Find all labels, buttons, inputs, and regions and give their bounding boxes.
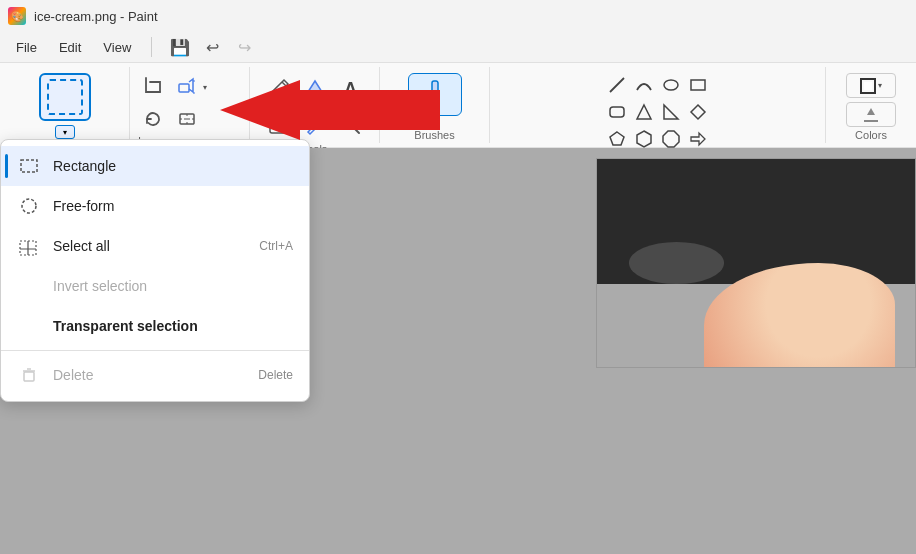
shape-right-triangle[interactable] bbox=[659, 100, 683, 124]
dropdown-item-rectangle[interactable]: Rectangle bbox=[1, 146, 309, 186]
text-icon: A bbox=[344, 79, 357, 100]
brushes-button[interactable] bbox=[408, 73, 462, 116]
svg-rect-25 bbox=[691, 80, 705, 90]
svg-rect-9 bbox=[179, 84, 189, 92]
selection-dropdown-menu: Rectangle Free-form bbox=[0, 139, 310, 402]
pencil-button[interactable] bbox=[263, 73, 295, 105]
image-section: ▾ Image bbox=[130, 67, 250, 143]
dropdown-transparent-label: Transparent selection bbox=[53, 318, 198, 334]
dropdown-delete-label: Delete bbox=[53, 367, 93, 383]
colorpicker-button[interactable] bbox=[299, 109, 331, 141]
window-title: ice-cream.png - Paint bbox=[34, 9, 158, 24]
shape-diamond[interactable] bbox=[686, 100, 710, 124]
svg-rect-2 bbox=[20, 241, 28, 249]
eraser-button[interactable] bbox=[263, 109, 295, 141]
app-icon: 🎨 bbox=[8, 7, 26, 25]
shape-oval[interactable] bbox=[659, 73, 683, 97]
shape-curve[interactable] bbox=[632, 73, 656, 97]
svg-marker-30 bbox=[610, 132, 624, 145]
svg-line-23 bbox=[610, 78, 624, 92]
crop-button[interactable] bbox=[138, 73, 168, 101]
dropdown-divider bbox=[1, 350, 309, 351]
dropdown-invert-label: Invert selection bbox=[53, 278, 147, 294]
shape-rectangle[interactable] bbox=[686, 73, 710, 97]
dropdown-item-invert: Invert selection bbox=[1, 266, 309, 306]
transparent-icon bbox=[17, 314, 41, 338]
selection-section: ▾ Select Rectangle bbox=[0, 67, 130, 143]
outline-label: ▾ bbox=[878, 81, 882, 90]
menu-edit[interactable]: Edit bbox=[49, 36, 91, 59]
svg-rect-6 bbox=[24, 372, 34, 381]
redo-button[interactable]: ↪ bbox=[230, 33, 258, 61]
selection-button[interactable] bbox=[39, 73, 91, 121]
svg-marker-28 bbox=[664, 105, 678, 119]
dropdown-item-selectall[interactable]: Select all Ctrl+A bbox=[1, 226, 309, 266]
rectangle-icon bbox=[17, 154, 41, 178]
dropdown-freeform-label: Free-form bbox=[53, 198, 114, 214]
selection-dropdown-btn[interactable]: ▾ bbox=[55, 125, 75, 139]
svg-point-24 bbox=[664, 80, 678, 90]
outline-color-button[interactable]: ▾ bbox=[846, 73, 896, 98]
resize-arrow: ▾ bbox=[203, 83, 207, 92]
shape-rounded-rect[interactable] bbox=[605, 100, 629, 124]
freeform-icon bbox=[17, 194, 41, 218]
dropdown-item-freeform[interactable]: Free-form bbox=[1, 186, 309, 226]
canvas-image bbox=[596, 158, 916, 368]
active-indicator bbox=[5, 154, 8, 178]
rotate-button[interactable] bbox=[138, 105, 168, 133]
brushes-chevron[interactable]: ▾ bbox=[433, 118, 437, 127]
tools-section: A Tools bbox=[250, 67, 380, 143]
resize-section: ▾ bbox=[172, 73, 207, 101]
svg-marker-33 bbox=[691, 133, 705, 145]
title-bar: 🎨 ice-cream.png - Paint bbox=[0, 0, 916, 32]
shape-triangle[interactable] bbox=[632, 100, 656, 124]
dropdown-delete-shortcut: Delete bbox=[258, 368, 293, 382]
dropdown-item-delete: Delete Delete bbox=[1, 355, 309, 395]
undo-button[interactable]: ↩ bbox=[198, 33, 226, 61]
selection-icon bbox=[47, 79, 83, 115]
brushes-section: ▾ Brushes bbox=[380, 67, 490, 143]
menu-view[interactable]: View bbox=[93, 36, 141, 59]
magnifier-button[interactable] bbox=[335, 109, 367, 141]
svg-rect-35 bbox=[864, 82, 872, 90]
colors-label: Colors bbox=[855, 127, 887, 141]
svg-rect-22 bbox=[430, 104, 440, 109]
colors-section: ▾ Colors bbox=[826, 67, 916, 143]
brushes-label: Brushes bbox=[414, 127, 454, 141]
svg-rect-26 bbox=[610, 107, 624, 117]
dropdown-selectall-label: Select all bbox=[53, 238, 110, 254]
svg-marker-29 bbox=[691, 105, 705, 119]
svg-point-1 bbox=[22, 199, 36, 213]
menu-bar: File Edit View 💾 ↩ ↪ bbox=[0, 32, 916, 62]
svg-rect-3 bbox=[28, 241, 36, 249]
delete-icon bbox=[17, 363, 41, 387]
img-reflection bbox=[629, 242, 724, 284]
text-button[interactable]: A bbox=[335, 73, 367, 105]
shape-line[interactable] bbox=[605, 73, 629, 97]
svg-rect-21 bbox=[431, 99, 439, 104]
dropdown-item-transparent[interactable]: Transparent selection bbox=[1, 306, 309, 346]
shapes-grid bbox=[605, 73, 710, 151]
fill-color-button[interactable] bbox=[846, 102, 896, 127]
dropdown-selectall-shortcut: Ctrl+A bbox=[259, 239, 293, 253]
toolbar-actions: 💾 ↩ ↪ bbox=[166, 33, 258, 61]
save-button[interactable]: 💾 bbox=[166, 33, 194, 61]
svg-rect-4 bbox=[20, 249, 28, 255]
skew-button[interactable] bbox=[172, 105, 202, 133]
svg-rect-14 bbox=[270, 125, 288, 133]
ribbon: ▾ Select Rectangle bbox=[0, 62, 916, 148]
dropdown-rectangle-label: Rectangle bbox=[53, 158, 116, 174]
svg-marker-32 bbox=[663, 131, 679, 147]
invert-icon bbox=[17, 274, 41, 298]
svg-rect-20 bbox=[432, 81, 438, 99]
resize-button[interactable] bbox=[172, 73, 202, 101]
svg-line-17 bbox=[353, 127, 359, 133]
shapes-section: Shapes bbox=[490, 67, 826, 143]
svg-marker-27 bbox=[637, 105, 651, 119]
menu-file[interactable]: File bbox=[6, 36, 47, 59]
fill-button[interactable] bbox=[299, 73, 331, 105]
selectall-icon bbox=[17, 234, 41, 258]
svg-line-13 bbox=[282, 82, 286, 86]
menu-divider bbox=[151, 37, 152, 57]
svg-rect-5 bbox=[28, 249, 36, 255]
